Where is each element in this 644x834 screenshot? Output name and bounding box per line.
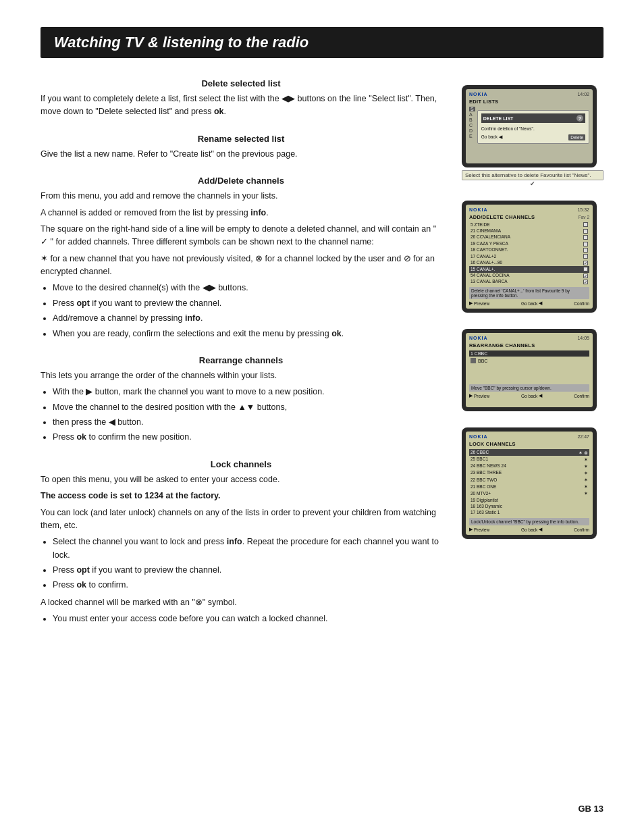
lock-ch-name-4: 23 BBC THREE [471, 470, 502, 475]
screen2-info-bar: Delete channel 'CANAL+...' from list Fav… [469, 287, 589, 299]
section-title-lock: Lock channels [41, 459, 441, 469]
lock-ch-4: 23 BBC THREE✶ [469, 470, 589, 477]
ch-item-6: 17 CANAL+2 [469, 253, 589, 259]
ch-name-7: 16 CANAL+...80 [471, 260, 502, 265]
ch-item-8: 15 CANAL+.✓ [469, 266, 589, 272]
screen3-goback-icon: ◀ [539, 393, 542, 398]
page-container: Watching TV & listening to the radio Del… [0, 0, 644, 834]
screen3-brand: NOKIA [469, 336, 488, 340]
screen2-brand: NOKIA [469, 207, 488, 212]
lock-para-3: You can lock (and later unlock) channels… [41, 506, 441, 533]
rearrange-ch-name-1: 1 CBBC [471, 351, 487, 356]
section-rearrange: Rearrange channels This lets you arrange… [41, 355, 441, 444]
content-wrapper: Delete selected list If you want to comp… [41, 78, 603, 641]
screen4-preview-btn[interactable]: ▶ Preview [469, 527, 489, 532]
section-title-rename: Rename selected list [41, 134, 441, 144]
bullet-1: Move to the desired channel(s) with the … [53, 282, 441, 294]
lock-closing-bullets: You must enter your access code before y… [53, 613, 441, 625]
lock-closing-1: A locked channel will be marked with an … [41, 596, 441, 609]
section-title-add-delete: Add/Delete channels [41, 176, 441, 186]
ch-item-5: 18 CARTOONNET. [469, 247, 589, 253]
ch-check-9: ✓ [583, 273, 588, 278]
lock-ch-name-8: 19 Digiplantist [471, 498, 498, 503]
lock-bullet-3: Press ok to confirm. [53, 579, 441, 592]
lock-ch-name-10: 17 163 Static 1 [471, 510, 500, 515]
section-title-delete: Delete selected list [41, 78, 441, 88]
rearrange-item-2: BBC [469, 357, 589, 364]
screen1-display: NOKIA 14:02 EDIT LISTS S A B C D [466, 89, 593, 163]
ch-item-7: 16 CANAL+...80✓ [469, 260, 589, 266]
screen1-dialog-area: DELETE LIST ? Confirm deletion of "News"… [477, 107, 589, 144]
screen3-goback-btn[interactable]: Go back ◀ [521, 393, 542, 398]
screen4-brand: NOKIA [469, 434, 488, 439]
ch-check-10: ✓ [583, 280, 588, 284]
lock-ch-1: 26 CBBC✶ ⊗ [469, 449, 589, 456]
screen3-device: NOKIA 14:05 REARRANGE CHANNELS 1 CBBC BB… [462, 329, 597, 411]
screen4-confirm-btn[interactable]: Confirm [574, 527, 589, 532]
screen3-preview-icon: ▶ [469, 393, 473, 398]
bullet-2: Press opt if you want to preview the cha… [53, 297, 441, 310]
screen2-confirm-btn[interactable]: Confirm [574, 301, 589, 306]
screen1-header: NOKIA 14:02 [469, 92, 589, 97]
screen1-help-icon: ? [576, 115, 583, 122]
screen3-confirm-btn[interactable]: Confirm [574, 393, 589, 398]
screen4-channel-list: 26 CBBC✶ ⊗ 25 BBC1✶ 24 BBC NEWS 24✶ 23 B… [469, 449, 589, 516]
bullet-3: Add/remove a channel by pressing info. [53, 312, 441, 325]
arrow-buttons-icon: ◀▶ [281, 94, 295, 103]
screen1-desc-arrow: ✔ [462, 180, 603, 187]
screen1-wrapper: NOKIA 14:02 EDIT LISTS S A B C D [462, 85, 603, 187]
ch-check-3 [583, 235, 588, 240]
screen3-wrapper: NOKIA 14:05 REARRANGE CHANNELS 1 CBBC BB… [462, 329, 603, 414]
rearrange-bullet-2: Move the channel to the desired position… [53, 401, 441, 414]
tab-b: B [469, 118, 475, 122]
screen2-channel-list: 5 ZTEIDE 21 CINEMANIA 26 CCVALENCIANA 19… [469, 221, 589, 285]
lock-icon-6: ✶ [584, 484, 588, 490]
add-delete-para-3: The square on the right-hand side of a l… [41, 223, 441, 249]
screen1-goback-btn[interactable]: Go back ◀ [481, 134, 502, 140]
lock-icon-7: ✶ [584, 490, 588, 496]
ch-item-3: 26 CCVALENCIANA [469, 234, 589, 240]
screen2-time: 15:32 [577, 207, 589, 212]
rearrange-bullet-4: Press ok to confirm the new position. [53, 431, 441, 444]
screen3-preview-btn[interactable]: ▶ Preview [469, 393, 489, 398]
screen1-content: S A B C D E DELETE LIST [469, 107, 589, 144]
screen3-header: NOKIA 14:05 [469, 336, 589, 340]
lock-icon-5: ✶ [584, 477, 588, 483]
tab-c: C [469, 123, 475, 128]
lock-closing-bullet-1: You must enter your access code before y… [53, 613, 441, 625]
ch-check-2 [583, 229, 588, 234]
screen4-wrapper: NOKIA 22:47 LOCK CHANNELS 26 CBBC✶ ⊗ 25 … [462, 427, 603, 542]
screen1-delete-btn[interactable]: Delete [568, 134, 585, 140]
right-column: NOKIA 14:02 EDIT LISTS S A B C D [462, 78, 603, 641]
ch-name-5: 18 CARTOONNET. [471, 247, 508, 253]
screen2-preview-btn[interactable]: ▶ Preview [469, 301, 489, 306]
tab-s: S [469, 107, 475, 111]
lock-ch-7: 20 MTV2+✶ [469, 490, 589, 497]
screen4-info-bar: Lock/Unlock channel "BBC" by pressing th… [469, 518, 589, 525]
rearrange-para-1: This lets you arrange the order of the c… [41, 369, 441, 382]
lock-bullet-2: Press opt if you want to preview the cha… [53, 564, 441, 577]
lock-icon-2: ✶ [584, 457, 588, 463]
screen3-time: 14:05 [577, 336, 589, 340]
screen4-display: NOKIA 22:47 LOCK CHANNELS 26 CBBC✶ ⊗ 25 … [466, 432, 593, 535]
screen4-menu-title: LOCK CHANNELS [469, 441, 589, 447]
section-delete-list: Delete selected list If you want to comp… [41, 78, 441, 119]
move-icon [471, 358, 476, 363]
page-title: Watching TV & listening to the radio [54, 34, 590, 51]
lock-para-1: To open this menu, you will be asked to … [41, 473, 441, 486]
add-delete-para-4: ✶ for a new channel that you have not pr… [41, 253, 441, 279]
ch-name-6: 17 CANAL+2 [471, 254, 496, 259]
ch-check-7: ✓ [583, 261, 588, 265]
lock-ch-5: 22 BBC TWO✶ [469, 477, 589, 484]
lock-ch-name-9: 18 163 Dynamic [471, 504, 502, 509]
screen4-goback-btn[interactable]: Go back ◀ [521, 527, 542, 532]
screen1-dialog-title: DELETE LIST ? [481, 113, 585, 123]
add-delete-bullets: Move to the desired channel(s) with the … [53, 282, 441, 340]
add-delete-para-2: A channel is added or removed from the l… [41, 207, 441, 219]
screen2-wrapper: NOKIA 15:32 ADD/DELETE CHANNELS Fav 2 5 … [462, 201, 603, 315]
left-column: Delete selected list If you want to comp… [41, 78, 441, 641]
ch-item-2: 21 CINEMANIA [469, 228, 589, 234]
screen2-goback-btn[interactable]: Go back ◀ [521, 301, 542, 306]
screen1-dialog-title-text: DELETE LIST [483, 116, 514, 121]
section-add-delete: Add/Delete channels From this menu, you … [41, 176, 441, 340]
